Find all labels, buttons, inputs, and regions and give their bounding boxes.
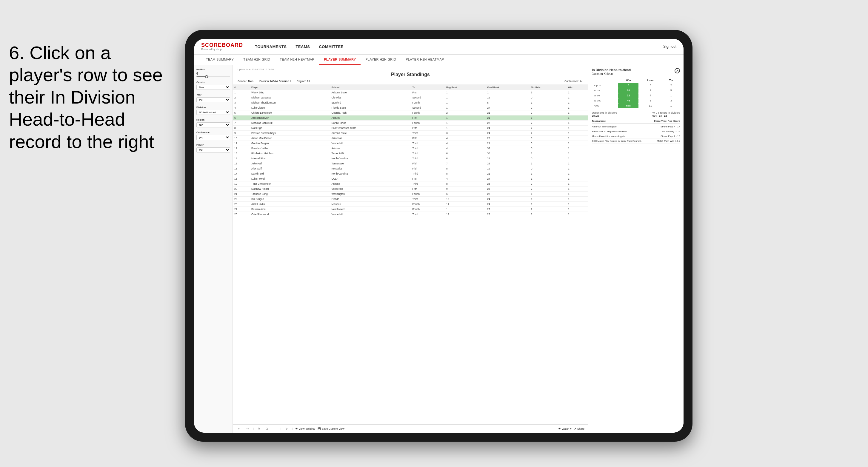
table-row[interactable]: 16 Alex Goff Kentucky Fifth 8 19 0 1	[233, 166, 588, 171]
nav-teams[interactable]: TEAMS	[296, 43, 310, 50]
cell-rank: 3	[233, 100, 250, 105]
tab-player-h2h-grid[interactable]: PLAYER H2H GRID	[361, 55, 401, 65]
tab-player-summary[interactable]: PLAYER SUMMARY	[319, 55, 361, 65]
cell-yr: Third	[411, 131, 445, 136]
table-row[interactable]: 14 Maxwell Ford North Carolina Third 6 2…	[233, 156, 588, 161]
year-select[interactable]: (All)	[196, 97, 230, 102]
h2h-close-button[interactable]: ✕	[675, 68, 680, 73]
filter-division: Division NCAA Division I	[196, 106, 230, 115]
tab-player-h2h-heatmap[interactable]: PLAYER H2H HEATMAP	[401, 55, 448, 65]
table-row[interactable]: 23 Jack Lundin Missouri Fourth 11 24 1 1	[233, 202, 588, 207]
share-button[interactable]: ↗ Share	[574, 427, 584, 430]
cell-yr: First	[411, 90, 445, 95]
table-row[interactable]: 13 Phichaksn Maichon Texas A&M Third 6 3…	[233, 151, 588, 156]
table-row[interactable]: 3 Michael Thorbjornsen Stanford Fourth 1…	[233, 100, 588, 105]
tab-team-summary[interactable]: TEAM SUMMARY	[201, 55, 239, 65]
cell-rank: 22	[233, 197, 250, 202]
cell-school: Auburn	[330, 116, 411, 121]
table-row[interactable]: 7 Nicholas Gabrelcik North Florida Fourt…	[233, 121, 588, 126]
table-row[interactable]: 8 Mats Ege East Tennessee State Fifth 1 …	[233, 126, 588, 131]
col-win: Win	[566, 85, 588, 90]
table-row[interactable]: 4 Luke Claton Florida State Second 1 27 …	[233, 105, 588, 111]
copy-button[interactable]: ⧉	[256, 427, 261, 431]
filter-player: Player (All)	[196, 144, 230, 153]
cell-reg-rank: 1	[445, 207, 486, 212]
table-row[interactable]: 11 Gordon Sargent Vanderbilt Third 4 21 …	[233, 141, 588, 146]
table-row[interactable]: 6 Jackson Koivun Auburn First 1 21 1 1	[233, 116, 588, 121]
paste-button[interactable]: ⬡	[264, 427, 270, 431]
cell-conf-rank: 27	[486, 121, 529, 126]
view-original-action[interactable]: 👁 View: Original	[295, 427, 315, 430]
cell-yr: Fourth	[411, 192, 445, 197]
table-row[interactable]: 12 Brendan Valles Auburn Third 4 37 0 1	[233, 146, 588, 151]
cell-player: Phichaksn Maichon	[250, 151, 330, 156]
table-row[interactable]: 17 David Ford North Carolina Third 8 21 …	[233, 171, 588, 176]
table-row[interactable]: 21 Taehoon Song Washington Fourth 6 22 1…	[233, 192, 588, 197]
player-select[interactable]: (All)	[196, 147, 230, 153]
nav-tournaments[interactable]: TOURNAMENTS	[255, 43, 286, 50]
share-icon: ↗	[574, 427, 577, 430]
cell-no-rds: 0	[529, 136, 566, 141]
h2h-table-row: Top 10 8 3 2	[592, 83, 680, 88]
refresh-button[interactable]: ↻	[284, 427, 289, 431]
standings-table: # Player School Yr Reg Rank Conf Rank No…	[233, 85, 588, 424]
tab-team-h2h-grid[interactable]: TEAM H2H GRID	[239, 55, 275, 65]
more-button[interactable]: ···	[272, 427, 278, 431]
table-row[interactable]: 1 Wenyi Ding Arizona State First 1 1 6 1	[233, 90, 588, 95]
cell-yr: Second	[411, 105, 445, 111]
table-row[interactable]: 24 Bastien Amat New Mexico Fourth 1 27 2…	[233, 207, 588, 212]
cell-yr: Fifth	[411, 126, 445, 131]
table-row[interactable]: 10 Jacob Mac Diesen Arkansas Fifth 4 25 …	[233, 136, 588, 141]
sign-out-button[interactable]: Sign out	[663, 44, 676, 49]
nav-committee[interactable]: COMMITTEE	[319, 43, 344, 50]
cell-no-rds: 0	[529, 146, 566, 151]
cell-win: 1	[566, 197, 588, 202]
division-select[interactable]: NCAA Division I	[196, 110, 230, 115]
table-row[interactable]: 19 Tiger Christensen Arizona Third 8 23 …	[233, 181, 588, 187]
gender-select[interactable]: Men	[196, 85, 230, 90]
cell-win: 1	[566, 192, 588, 197]
cell-school: Georgia Tech	[330, 111, 411, 116]
cell-conf-rank: 24	[486, 202, 529, 207]
cell-school: Tennessee	[330, 161, 411, 166]
cell-rank: 17	[233, 171, 250, 176]
table-row[interactable]: 5 Christo Lamprecht Georgia Tech Fourth …	[233, 111, 588, 116]
h2h-loss: 11	[639, 103, 662, 108]
cell-rank: 2	[233, 95, 250, 100]
filter-conference-label: Conference	[196, 131, 230, 134]
cell-school: East Tennessee State	[330, 126, 411, 131]
cell-reg-rank: 4	[445, 176, 486, 181]
cell-no-rds: 1	[529, 171, 566, 176]
cell-player: Cole Sherwood	[250, 212, 330, 217]
cell-school: Vanderbilt	[330, 141, 411, 146]
save-custom-action[interactable]: 💾 Save Custom View	[318, 427, 344, 430]
cell-rank: 25	[233, 212, 250, 217]
watch-button[interactable]: 👁 Watch ▾	[558, 427, 571, 430]
h2h-player-name: Jackson Koivun	[592, 72, 631, 75]
table-row[interactable]: 2 Michael La Sasse Ole Miss Second 1 19 …	[233, 95, 588, 100]
cell-reg-rank: 12	[445, 212, 486, 217]
table-row[interactable]: 15 Jake Hall Tennessee Fifth 7 25 1 1	[233, 161, 588, 166]
cell-yr: Fourth	[411, 202, 445, 207]
tab-team-h2h-heatmap[interactable]: TEAM H2H HEATMAP	[275, 55, 319, 65]
tournament-type: Stroke Play	[662, 130, 674, 133]
cell-yr: Second	[411, 95, 445, 100]
table-row[interactable]: 18 Luke Powell UCLA First 4 24 1 1	[233, 176, 588, 181]
redo-button[interactable]: ↪	[245, 427, 251, 431]
table-row[interactable]: 20 Matthew Riedel Vanderbilt Fifth 9 23 …	[233, 187, 588, 192]
cell-rank: 5	[233, 111, 250, 116]
cell-win: 1	[566, 131, 588, 136]
cell-no-rds: 1	[529, 212, 566, 217]
table-row[interactable]: 22 Ian Gilligan Florida Third 10 24 1 1	[233, 197, 588, 202]
cell-yr: Third	[411, 146, 445, 151]
no-rds-slider[interactable]	[196, 76, 230, 77]
cell-rank: 21	[233, 192, 250, 197]
cell-rank: 18	[233, 176, 250, 181]
cell-conf-rank: 24	[486, 126, 529, 131]
cell-school: Florida	[330, 197, 411, 202]
conference-select[interactable]: (All)	[196, 135, 230, 140]
table-row[interactable]: 25 Cole Sherwood Vanderbilt Third 12 23 …	[233, 212, 588, 217]
table-row[interactable]: 9 Preston Summerhays Arizona State Third…	[233, 131, 588, 136]
undo-button[interactable]: ↩	[237, 427, 242, 431]
region-select[interactable]: N/A	[196, 122, 230, 127]
